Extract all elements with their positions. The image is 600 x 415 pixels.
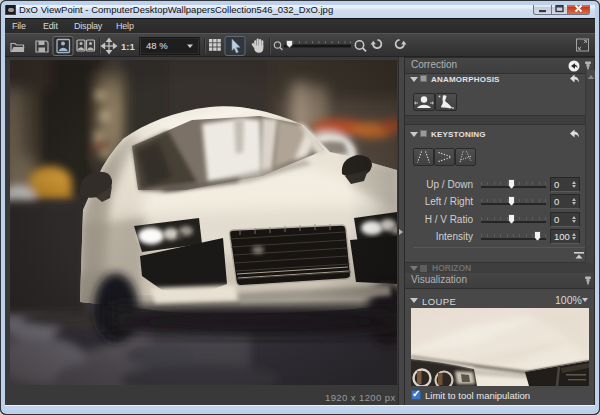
svg-text:48 %: 48 % [146,40,168,51]
svg-text:1:1: 1:1 [121,41,135,52]
